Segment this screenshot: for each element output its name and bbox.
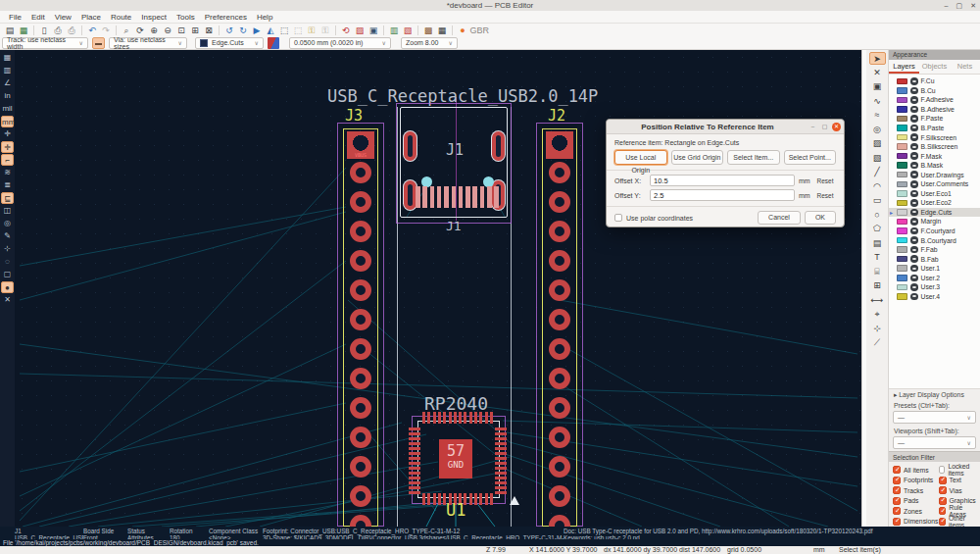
zoom-select[interactable]: Zoom 8.00∨ xyxy=(401,37,458,49)
F.Silkscreen[interactable]: F.Silkscreen xyxy=(889,132,980,142)
pad[interactable] xyxy=(495,462,507,465)
F.Adhesive[interactable]: F.Adhesive xyxy=(889,95,980,105)
layer-color-swatch[interactable] xyxy=(897,97,907,104)
pad[interactable] xyxy=(350,485,371,507)
layer-visibility-eye-icon[interactable] xyxy=(910,106,918,114)
pad[interactable] xyxy=(409,467,420,470)
layer-color-swatch[interactable] xyxy=(897,87,907,94)
pad[interactable] xyxy=(409,486,420,489)
drc-icon[interactable]: ▨ xyxy=(354,25,367,36)
pad[interactable] xyxy=(494,186,499,208)
User.Comments[interactable]: User.Comments xyxy=(889,179,980,189)
menu-tools[interactable]: Tools xyxy=(172,11,200,24)
pad[interactable] xyxy=(350,221,371,242)
polar-coords-icon[interactable]: ⌐ xyxy=(1,154,14,166)
select-item-button[interactable]: Select Item... xyxy=(727,150,780,165)
layer-color-swatch[interactable] xyxy=(897,143,907,150)
pad[interactable] xyxy=(422,493,425,505)
units-mm-icon[interactable]: mm xyxy=(1,116,14,127)
offset-x-input[interactable]: 10.5 xyxy=(650,175,795,186)
group-icon[interactable]: ⬚ xyxy=(278,25,291,36)
layer-color-swatch[interactable] xyxy=(897,181,907,188)
j1-shield-pad[interactable] xyxy=(404,131,416,161)
layer-color-swatch[interactable] xyxy=(897,237,907,244)
dialog-maximize-button[interactable]: ▢ xyxy=(820,123,829,131)
pad[interactable] xyxy=(459,412,462,424)
layer-visibility-eye-icon[interactable] xyxy=(910,152,918,160)
route-tracks-icon[interactable]: ∿ xyxy=(869,95,886,108)
filter-other-items[interactable]: Other items xyxy=(939,517,980,528)
pad[interactable] xyxy=(549,397,570,419)
local-ratsnest-icon[interactable]: ✕ xyxy=(869,67,886,79)
track-width-select[interactable]: Track: use netclass width∨ xyxy=(2,37,88,49)
pad[interactable] xyxy=(409,491,420,494)
F.Paste[interactable]: F.Paste xyxy=(889,114,980,124)
teardrops-icon[interactable]: ▩ xyxy=(422,25,435,36)
Edge.Cuts[interactable]: Edge.Cuts xyxy=(889,208,980,218)
grid-select[interactable]: 0.0500 mm (0.0020 in)∨ xyxy=(289,37,391,49)
pad[interactable] xyxy=(495,452,507,455)
find-icon[interactable]: ⌕ xyxy=(121,25,133,36)
menu-inspect[interactable]: Inspect xyxy=(136,11,172,24)
pad[interactable] xyxy=(438,412,441,424)
offset-y-reset-button[interactable]: Reset xyxy=(814,189,836,201)
delete-tool-icon[interactable]: ⌖ xyxy=(869,308,886,321)
filter-checkbox[interactable] xyxy=(893,497,901,505)
layer-color-swatch[interactable] xyxy=(897,227,907,234)
layer-color-swatch[interactable] xyxy=(897,116,907,123)
draw-circle-icon[interactable]: ○ xyxy=(869,209,886,222)
undo-icon[interactable]: ↶ xyxy=(86,25,99,36)
pad[interactable] xyxy=(350,397,371,419)
pad[interactable] xyxy=(472,186,477,208)
filter-checkbox[interactable] xyxy=(939,477,947,484)
j1-reference-label[interactable]: J1 xyxy=(446,141,464,159)
pad[interactable] xyxy=(409,428,420,430)
pad[interactable] xyxy=(464,412,466,424)
B.Silkscreen[interactable]: B.Silkscreen xyxy=(889,142,980,152)
pad[interactable] xyxy=(409,437,420,440)
add-textbox-icon[interactable]: ⌸ xyxy=(869,266,886,278)
Margin[interactable]: Margin xyxy=(889,217,980,227)
User.2[interactable]: User.2 xyxy=(889,273,980,282)
pad[interactable] xyxy=(549,191,570,213)
layer-visibility-eye-icon[interactable] xyxy=(910,180,918,188)
pad[interactable] xyxy=(443,412,446,424)
User.Eco1[interactable]: User.Eco1 xyxy=(889,189,980,199)
F.Fab[interactable]: F.Fab xyxy=(889,245,980,255)
pad[interactable] xyxy=(495,467,507,470)
route-diff-pairs-icon[interactable]: ≈ xyxy=(869,109,886,122)
pad[interactable] xyxy=(485,412,488,424)
gerber-order-icon[interactable]: GBR xyxy=(470,25,483,36)
draw-rectangle-icon[interactable]: ▭ xyxy=(869,194,886,207)
pad[interactable] xyxy=(409,442,420,445)
layer-visibility-eye-icon[interactable] xyxy=(910,143,918,151)
offset-x-reset-button[interactable]: Reset xyxy=(814,175,836,186)
pad[interactable] xyxy=(416,186,420,208)
filter-checkbox[interactable] xyxy=(893,518,901,526)
unlock-icon[interactable]: ⚿ xyxy=(319,25,332,36)
draw-line-icon[interactable]: ╱ xyxy=(869,166,886,178)
layer-visibility-eye-icon[interactable] xyxy=(910,133,918,141)
layer-color-swatch[interactable] xyxy=(897,200,907,207)
dialog-minimize-button[interactable]: ‒ xyxy=(808,123,817,131)
layer-visibility-eye-icon[interactable] xyxy=(910,96,918,104)
filter-dimensions[interactable]: Dimensions xyxy=(893,517,939,528)
layer-visibility-eye-icon[interactable] xyxy=(910,275,918,282)
layer-visibility-eye-icon[interactable] xyxy=(910,255,918,263)
layer-pair-indicator-icon[interactable] xyxy=(268,37,279,49)
layer-visibility-eye-icon[interactable] xyxy=(910,218,918,226)
plugin-icon[interactable]: ● xyxy=(457,25,469,36)
User.Drawings[interactable]: User.Drawings xyxy=(889,170,980,179)
pad[interactable] xyxy=(495,447,507,450)
add-rule-area-icon[interactable]: ▧ xyxy=(869,152,886,165)
ok-button[interactable]: OK xyxy=(805,211,836,225)
pad[interactable] xyxy=(422,186,427,208)
User.3[interactable]: User.3 xyxy=(889,282,980,292)
select-point-button[interactable]: Select Point... xyxy=(784,150,837,165)
add-image-icon[interactable]: ▤ xyxy=(869,237,886,250)
pad[interactable] xyxy=(549,338,570,360)
pad[interactable] xyxy=(437,186,442,208)
filter-checkbox[interactable] xyxy=(893,466,901,474)
pad[interactable] xyxy=(444,186,449,208)
pad[interactable] xyxy=(350,338,371,360)
